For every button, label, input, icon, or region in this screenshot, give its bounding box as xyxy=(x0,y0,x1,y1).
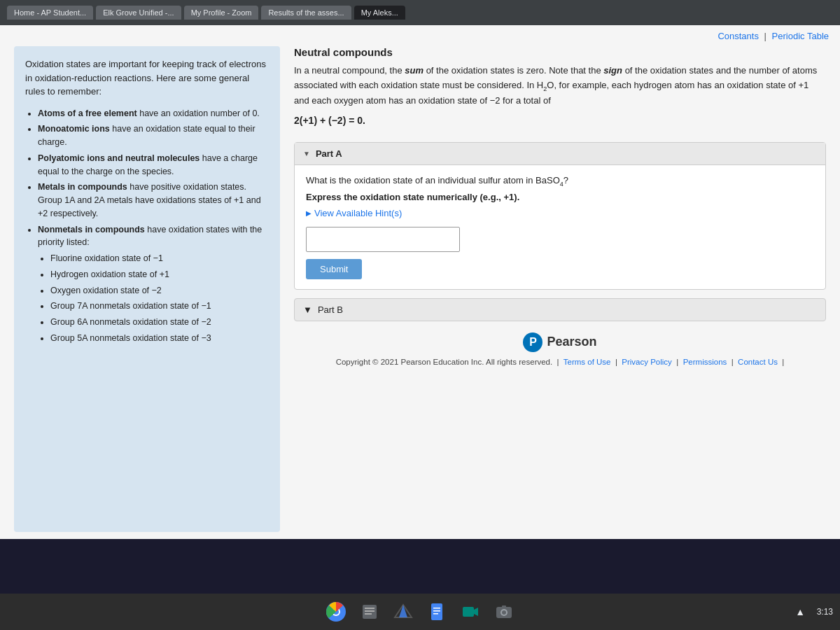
svg-rect-9 xyxy=(431,603,442,620)
hint-link[interactable]: View Available Hint(s) xyxy=(306,208,814,218)
rule-3-bold: Polyatomic ions and neutral molecules xyxy=(38,153,200,163)
neutral-paragraph: In a neutral compound, the sum of the ox… xyxy=(294,64,826,108)
periodic-table-link[interactable]: Periodic Table xyxy=(772,31,829,41)
svg-rect-12 xyxy=(433,613,438,615)
part-b-section[interactable]: ▼ Part B xyxy=(294,298,826,321)
meet-taskbar-icon[interactable] xyxy=(458,599,483,624)
tab-aleks[interactable]: My Aleks... xyxy=(354,6,405,20)
rule-4-bold: Metals in compounds xyxy=(38,182,127,192)
tab-results[interactable]: Results of the asses... xyxy=(261,6,351,20)
sub-rules-list: Fluorine oxidation state of −1 Hydrogen … xyxy=(38,252,269,345)
top-links: Constants | Periodic Table xyxy=(718,31,829,41)
part-a-question: What is the oxidation state of an indivi… xyxy=(306,175,814,188)
svg-rect-4 xyxy=(365,608,374,609)
rule-3: Polyatomic ions and neutral molecules ha… xyxy=(38,152,269,178)
privacy-link[interactable]: Privacy Policy xyxy=(622,358,672,366)
link-separator: | xyxy=(764,31,766,41)
sub-rule-5: Group 6A nonmetals oxidation state of −2 xyxy=(50,316,269,329)
svg-point-17 xyxy=(502,610,506,615)
rule-1-rest: have an oxidation number of 0. xyxy=(137,108,260,118)
copyright-text: Copyright © 2021 Pearson Education Inc. … xyxy=(336,358,553,366)
part-a-arrow: ▼ xyxy=(303,150,310,158)
svg-rect-11 xyxy=(433,610,440,612)
pearson-logo: P Pearson xyxy=(294,332,826,352)
neutral-section: Neutral compounds In a neutral compound,… xyxy=(294,46,826,128)
rule-2-bold: Monoatomic ions xyxy=(38,124,110,134)
part-a-header[interactable]: ▼ Part A xyxy=(295,143,825,165)
rule-1: Atoms of a free element have an oxidatio… xyxy=(38,107,269,120)
sub-rule-6: Group 5A nonmetals oxidation state of −3 xyxy=(50,332,269,345)
chrome-taskbar-icon[interactable] xyxy=(323,599,349,624)
pearson-p: P xyxy=(529,336,537,349)
browser-tabs: Home - AP Student... Elk Grove Unified -… xyxy=(7,6,833,20)
contact-link[interactable]: Contact Us xyxy=(738,358,778,366)
rule-5-bold: Nonmetals in compounds xyxy=(38,225,145,234)
wifi-icon: ▲ xyxy=(795,606,805,617)
main-area: Constants | Periodic Table Oxidation sta… xyxy=(0,25,840,539)
part-a-instruction: Express the oxidation state numerically … xyxy=(306,192,814,202)
terms-link[interactable]: Terms of Use xyxy=(564,358,611,366)
part-b-label: Part B xyxy=(318,304,343,315)
pearson-text: Pearson xyxy=(547,335,596,349)
svg-marker-8 xyxy=(399,605,407,617)
rule-1-bold: Atoms of a free element xyxy=(38,108,137,118)
rules-list: Atoms of a free element have an oxidatio… xyxy=(25,107,269,345)
svg-rect-10 xyxy=(433,608,440,609)
neutral-heading: Neutral compounds xyxy=(294,46,826,58)
pearson-circle-icon: P xyxy=(523,332,542,352)
docs-taskbar-icon[interactable] xyxy=(424,599,449,624)
svg-marker-14 xyxy=(474,608,478,616)
sub-rule-3: Oxygen oxidation state of −2 xyxy=(50,284,269,298)
copyright-footer: Copyright © 2021 Pearson Education Inc. … xyxy=(294,358,826,366)
sub-rule-4: Group 7A nonmetals oxidation state of −1 xyxy=(50,300,269,313)
camera-taskbar-icon[interactable] xyxy=(491,599,517,624)
tab-elk[interactable]: Elk Grove Unified -... xyxy=(96,6,181,20)
content-wrapper: Oxidation states are important for keepi… xyxy=(0,25,840,539)
taskbar-time: 3:13 xyxy=(817,607,833,617)
part-a-label: Part A xyxy=(316,148,342,159)
tab-home[interactable]: Home - AP Student... xyxy=(7,6,93,20)
sub-rule-2: Hydrogen oxidation state of +1 xyxy=(50,268,269,281)
constants-link[interactable]: Constants xyxy=(718,31,759,41)
svg-rect-13 xyxy=(463,607,474,617)
drive-taskbar-icon[interactable] xyxy=(391,599,416,624)
rule-2: Monoatomic ions have an oxidation state … xyxy=(38,122,269,149)
part-b-arrow: ▼ xyxy=(303,304,312,315)
submit-button[interactable]: Submit xyxy=(306,259,362,279)
svg-rect-6 xyxy=(365,613,372,615)
rule-5: Nonmetals in compounds have oxidation st… xyxy=(38,223,269,345)
taskbar: ▲ 3:13 xyxy=(0,594,840,630)
part-a-body: What is the oxidation state of an indivi… xyxy=(295,165,825,289)
rule-4: Metals in compounds have positive oxidat… xyxy=(38,181,269,220)
permissions-link[interactable]: Permissions xyxy=(683,358,727,366)
part-a-section: ▼ Part A What is the oxidation state of … xyxy=(294,142,826,290)
sub-rule-1: Fluorine oxidation state of −1 xyxy=(50,252,269,265)
tab-zoom[interactable]: My Profile - Zoom xyxy=(184,6,259,20)
svg-rect-5 xyxy=(365,610,374,612)
pearson-footer: P Pearson Copyright © 2021 Pearson Educa… xyxy=(294,332,826,372)
neutral-formula: 2(+1) + (−2) = 0. xyxy=(294,113,826,128)
svg-rect-18 xyxy=(502,606,506,608)
answer-input[interactable] xyxy=(306,227,460,252)
intro-text: Oxidation states are important for keepi… xyxy=(25,57,269,99)
files-taskbar-icon[interactable] xyxy=(357,599,382,624)
left-panel: Oxidation states are important for keepi… xyxy=(14,46,280,532)
browser-bar: Home - AP Student... Elk Grove Unified -… xyxy=(0,0,840,25)
right-panel: Neutral compounds In a neutral compound,… xyxy=(294,46,826,532)
